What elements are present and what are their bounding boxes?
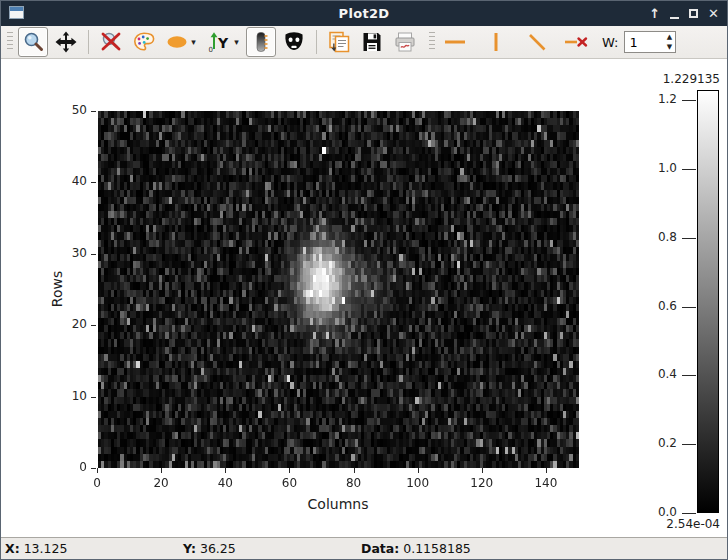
colormap-button[interactable] bbox=[129, 27, 159, 57]
minimize-button[interactable] bbox=[670, 17, 679, 19]
y-tick-label: 50 bbox=[57, 103, 87, 117]
colorbar-tick-mark bbox=[682, 100, 696, 101]
x-tick-label: 140 bbox=[528, 476, 564, 490]
x-tick-label: 100 bbox=[400, 476, 436, 490]
chevron-down-icon: ▾ bbox=[234, 37, 239, 47]
mask-icon bbox=[282, 30, 306, 54]
zoom-mode-button[interactable] bbox=[18, 27, 48, 57]
copy-button[interactable] bbox=[324, 27, 354, 57]
x-tick-mark bbox=[354, 468, 355, 473]
spin-up-icon[interactable]: ▲ bbox=[667, 34, 672, 41]
chevron-down-icon: ▾ bbox=[191, 37, 196, 47]
clipboard-copy-icon bbox=[327, 30, 351, 54]
status-y-value: 36.25 bbox=[200, 541, 236, 556]
y-tick-label: 30 bbox=[57, 246, 87, 260]
colorbar[interactable] bbox=[697, 90, 719, 513]
svg-text:0: 0 bbox=[209, 46, 213, 54]
y-tick-mark bbox=[91, 254, 96, 255]
profile-width-input[interactable] bbox=[625, 32, 663, 52]
y-axis-title: Rows bbox=[49, 271, 65, 307]
printer-icon bbox=[393, 30, 417, 54]
x-tick-mark bbox=[482, 468, 483, 473]
save-button[interactable] bbox=[357, 27, 387, 57]
vertical-line-icon bbox=[484, 30, 508, 54]
spin-down-icon[interactable]: ▼ bbox=[667, 44, 672, 51]
colorbar-icon bbox=[249, 30, 273, 54]
x-tick-mark bbox=[225, 468, 226, 473]
plot-area: Columns Rows 1.229135 2.54e-04 020406080… bbox=[1, 59, 727, 537]
y-axis-arrow-icon: 0Y bbox=[207, 30, 233, 54]
colorbar-tick-label: 0.2 bbox=[645, 436, 677, 450]
status-data-label: Data: bbox=[361, 541, 399, 556]
y-tick-label: 0 bbox=[57, 460, 87, 474]
magnifier-icon bbox=[21, 30, 45, 54]
y-tick-mark bbox=[91, 111, 96, 112]
x-tick-label: 60 bbox=[271, 476, 307, 490]
status-data-value: 0.1158185 bbox=[403, 541, 471, 556]
x-tick-label: 0 bbox=[79, 476, 115, 490]
x-tick-mark bbox=[418, 468, 419, 473]
colorbar-max-label: 1.229135 bbox=[629, 72, 720, 86]
y-axis-orientation-button[interactable]: 0Y ▾ bbox=[203, 27, 243, 57]
horizontal-profile-button[interactable] bbox=[440, 27, 470, 57]
print-button[interactable] bbox=[390, 27, 420, 57]
x-tick-mark bbox=[546, 468, 547, 473]
mask-tools-button[interactable] bbox=[279, 27, 309, 57]
vertical-profile-button[interactable] bbox=[481, 27, 511, 57]
toolbar: ▾ 0Y ▾ bbox=[1, 26, 727, 59]
y-tick-label: 20 bbox=[57, 317, 87, 331]
pan-mode-button[interactable] bbox=[51, 27, 81, 57]
y-tick-label: 10 bbox=[57, 389, 87, 403]
x-axis-title: Columns bbox=[308, 496, 369, 512]
colorbar-toggle-button[interactable] bbox=[246, 27, 276, 57]
colorbar-tick-mark bbox=[682, 513, 696, 514]
floppy-disk-icon bbox=[360, 30, 384, 54]
status-x-label: X: bbox=[5, 541, 20, 556]
colorbar-tick-label: 0.4 bbox=[645, 367, 677, 381]
close-button[interactable]: ✕ bbox=[708, 7, 719, 20]
shade-button[interactable]: ↑ bbox=[649, 7, 660, 20]
colorbar-min-label: 2.54e-04 bbox=[629, 517, 720, 531]
clear-profile-button[interactable] bbox=[561, 27, 591, 57]
status-x-readout: X: 13.125 bbox=[5, 541, 67, 556]
titlebar[interactable]: Plot2D ↑ ✕ bbox=[1, 1, 727, 26]
zoom-reset-button[interactable] bbox=[96, 27, 126, 57]
x-tick-mark bbox=[97, 468, 98, 473]
plot2d-window: Plot2D ↑ ✕ ▾ 0Y ▾ bbox=[0, 0, 728, 560]
toolbar-grip-handle[interactable] bbox=[429, 32, 435, 52]
y-tick-mark bbox=[91, 468, 96, 469]
colorbar-tick-label: 1.0 bbox=[645, 161, 677, 175]
x-tick-mark bbox=[161, 468, 162, 473]
colorbar-tick-mark bbox=[682, 238, 696, 239]
horizontal-line-icon bbox=[443, 30, 467, 54]
diagonal-line-icon bbox=[525, 30, 549, 54]
line-red-x-icon bbox=[564, 30, 588, 54]
colorbar-tick-label: 0.8 bbox=[645, 230, 677, 244]
x-tick-label: 80 bbox=[336, 476, 372, 490]
x-tick-mark bbox=[289, 468, 290, 473]
x-tick-label: 20 bbox=[143, 476, 179, 490]
heatmap-image[interactable] bbox=[98, 111, 579, 468]
pan-arrows-icon bbox=[54, 30, 78, 54]
aspect-ratio-button[interactable]: ▾ bbox=[162, 27, 200, 57]
x-tick-label: 40 bbox=[207, 476, 243, 490]
toolbar-grip-handle[interactable] bbox=[7, 32, 13, 52]
y-tick-mark bbox=[91, 325, 96, 326]
colorbar-tick-mark bbox=[682, 169, 696, 170]
colorbar-tick-mark bbox=[682, 375, 696, 376]
toolbar-separator bbox=[316, 30, 317, 54]
profile-width-label: W: bbox=[602, 35, 618, 50]
maximize-button[interactable] bbox=[689, 9, 698, 18]
profile-width-spinbox: ▲ ▼ bbox=[624, 31, 676, 53]
status-data-readout: Data: 0.1158185 bbox=[361, 541, 471, 556]
y-tick-mark bbox=[91, 182, 96, 183]
orange-ellipse-icon bbox=[166, 30, 190, 54]
palette-icon bbox=[132, 30, 156, 54]
free-line-profile-button[interactable] bbox=[522, 27, 552, 57]
magnifier-red-x-icon bbox=[99, 30, 123, 54]
window-controls: ↑ ✕ bbox=[649, 1, 719, 26]
window-title: Plot2D bbox=[1, 6, 727, 21]
statusbar: X: 13.125 Y: 36.25 Data: 0.1158185 bbox=[1, 537, 727, 560]
status-x-value: 13.125 bbox=[24, 541, 68, 556]
y-tick-label: 40 bbox=[57, 174, 87, 188]
